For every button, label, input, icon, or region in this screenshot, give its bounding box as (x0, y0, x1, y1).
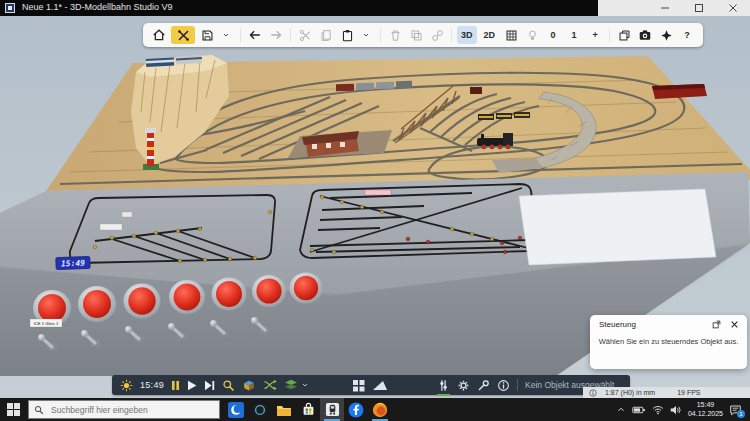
notification-badge: 1 (737, 410, 745, 418)
app-icon (5, 3, 15, 13)
battery-icon[interactable] (632, 405, 646, 415)
status-strip: 1:87 (H0) in mm 19 FPS (583, 387, 750, 398)
terrain-icon[interactable] (372, 379, 388, 391)
save-button[interactable] (198, 26, 216, 44)
shuffle-icon[interactable] (263, 379, 277, 391)
red-button[interactable] (290, 273, 323, 304)
zoom-tool-icon[interactable] (222, 379, 235, 392)
schematic-label (365, 190, 391, 195)
grid-button[interactable] (502, 26, 520, 44)
redo-button[interactable] (267, 26, 285, 44)
minimize-button[interactable] (648, 0, 682, 16)
paste-dropdown[interactable] (357, 26, 375, 44)
undo-button[interactable] (246, 26, 264, 44)
taskbar-app-edge[interactable] (224, 398, 248, 421)
desk-clock-display: 15:49 (56, 256, 90, 269)
red-button[interactable] (252, 275, 286, 307)
layer-0-button[interactable]: 0 (544, 26, 562, 44)
scale-label: 1:87 (H0) in mm (605, 389, 655, 396)
desk-button-label: ICE 1 Gleis 1 (30, 319, 62, 327)
settings-gear-icon[interactable] (457, 379, 470, 392)
active-tab-indicator (437, 394, 450, 396)
light-button[interactable] (523, 26, 541, 44)
taskbar-app-firefox[interactable] (368, 398, 392, 421)
help-button[interactable]: ? (678, 26, 696, 44)
red-button[interactable] (78, 286, 116, 322)
volume-icon[interactable] (670, 405, 682, 415)
camera-button[interactable] (636, 26, 654, 44)
camera-view-icon[interactable] (242, 379, 256, 392)
start-button[interactable] (0, 398, 26, 421)
schematic-label (100, 224, 122, 230)
clock-time: 15:49 (688, 401, 723, 410)
taskbar-clock[interactable]: 15:49 04.12.2025 (688, 401, 723, 419)
notification-icon[interactable]: 1 (729, 404, 742, 416)
controls-tab-icon[interactable] (437, 379, 450, 392)
search-input[interactable] (49, 404, 199, 416)
step-forward-button[interactable] (204, 380, 215, 391)
tray-chevron-icon[interactable] (616, 405, 626, 414)
copy-button[interactable] (317, 26, 335, 44)
layer-1-button[interactable]: 1 (565, 26, 583, 44)
titlebar: Neue 1.1* - 3D-Modellbahn Studio V9 (0, 0, 750, 16)
link-button[interactable] (428, 26, 446, 44)
red-button[interactable] (212, 278, 247, 311)
edit-tools-button[interactable] (171, 26, 195, 44)
app-window: Neue 1.1* - 3D-Modellbahn Studio V9 (0, 0, 750, 421)
svg-text:15:49: 15:49 (61, 259, 86, 269)
red-train[interactable] (652, 84, 707, 99)
info-icon[interactable] (497, 379, 510, 392)
add-layer-button[interactable]: + (586, 26, 604, 44)
panels-grid-icon[interactable] (352, 379, 365, 392)
paste-button[interactable] (338, 26, 356, 44)
taskbar-search[interactable] (28, 400, 220, 419)
save-dropdown[interactable] (217, 26, 235, 44)
red-button[interactable] (169, 280, 205, 314)
search-icon (34, 405, 44, 415)
taskbar-app-circle[interactable] (248, 398, 272, 421)
new-window-button[interactable] (615, 26, 633, 44)
main-toolbar: 3D 2D 0 1 + ? (143, 23, 703, 47)
window-title: Neue 1.1* - 3D-Modellbahn Studio V9 (22, 2, 173, 12)
fps-label: 19 FPS (677, 389, 700, 396)
windows-taskbar: 15:49 04.12.2025 1 (0, 398, 750, 421)
duplicate-button[interactable] (407, 26, 425, 44)
viewport-3d[interactable]: 15:49 ICE 1 Gleis 1 (0, 16, 750, 398)
close-button[interactable] (716, 0, 750, 16)
taskbar-app-modellbahn-active[interactable] (320, 398, 344, 421)
steuerung-panel: Steuerung Wählen Sie ein zu steuerndes O… (590, 315, 747, 369)
scale-info-icon (589, 389, 597, 397)
play-button[interactable] (187, 380, 197, 391)
maximize-button[interactable] (682, 0, 716, 16)
svg-text:ICE 1 Gleis 1: ICE 1 Gleis 1 (34, 321, 59, 326)
view-2d-button[interactable]: 2D (480, 26, 500, 44)
daylight-icon[interactable] (120, 379, 133, 392)
tools-tab-icon[interactable] (477, 379, 490, 392)
schematic-label (122, 212, 132, 217)
simulation-time: 15:49 (140, 380, 164, 390)
plugin-button[interactable] (657, 26, 675, 44)
home-button[interactable] (150, 26, 168, 44)
network-icon[interactable] (652, 405, 664, 415)
popout-icon[interactable] (712, 320, 721, 329)
pause-button[interactable] (171, 380, 180, 391)
red-button[interactable] (124, 284, 161, 319)
steuerung-title: Steuerung (599, 320, 703, 329)
taskbar-app-explorer[interactable] (272, 398, 296, 421)
view-3d-button[interactable]: 3D (457, 26, 477, 44)
taskbar-app-store[interactable] (296, 398, 320, 421)
clock-date: 04.12.2025 (688, 410, 723, 419)
delete-button[interactable] (386, 26, 404, 44)
cut-button[interactable] (296, 26, 314, 44)
system-tray: 15:49 04.12.2025 1 (616, 398, 750, 421)
playback-toolbar: 15:49 (112, 375, 630, 395)
blank-panel (519, 189, 716, 265)
taskbar-app-facebook[interactable] (344, 398, 368, 421)
panel-close-icon[interactable] (730, 320, 739, 329)
steuerung-message: Wählen Sie ein zu steuerndes Objekt aus. (590, 331, 747, 346)
layers-menu[interactable] (284, 379, 309, 391)
